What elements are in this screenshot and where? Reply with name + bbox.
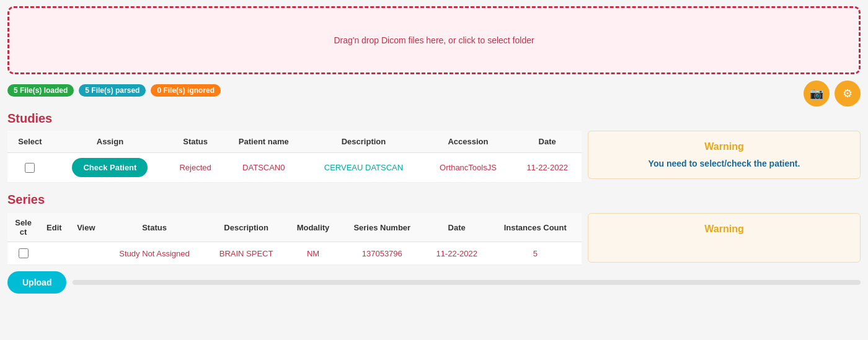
series-col-instances-count: Instances Count [489,213,582,242]
series-number-cell: 137053796 [340,242,425,265]
series-table-container: Select Edit View Status Description Moda… [7,213,582,265]
check-patient-button[interactable]: Check Patient [72,158,148,177]
studies-header-row: Select Assign Status Patient name Descri… [7,131,582,153]
studies-table: Select Assign Status Patient name Descri… [7,131,582,183]
series-col-view: View [69,213,103,242]
series-modality-cell: NM [286,242,340,265]
study-select-checkbox[interactable] [25,163,35,173]
col-select: Select [7,131,53,153]
series-col-modality: Modality [286,213,340,242]
drop-zone[interactable]: Drag'n drop Dicom files here, or click t… [7,6,861,74]
study-assign-cell: Check Patient [53,153,167,183]
badge-files-ignored: 0 File(s) ignored [151,84,221,97]
col-status: Status [167,131,223,153]
studies-warning-title: Warning [598,141,850,152]
series-title: Series [7,193,861,207]
col-assign: Assign [53,131,167,153]
series-table: Select Edit View Status Description Moda… [7,213,582,265]
series-header-row: Select Edit View Status Description Moda… [7,213,582,242]
studies-table-container: Select Assign Status Patient name Descri… [7,131,582,185]
settings-button[interactable]: ⚙ [835,81,861,107]
series-status-cell: Study Not Assigned [103,242,206,265]
upload-button[interactable]: Upload [7,271,66,294]
bottom-bar: Upload [7,271,861,294]
horizontal-scrollbar[interactable] [73,280,861,285]
study-accession-cell: OrthancToolsJS [423,153,513,183]
col-patient-name: Patient name [223,131,304,153]
camera-button[interactable]: 📷 [804,81,830,107]
series-description-cell: BRAIN SPECT [206,242,286,265]
studies-warning-message: You need to select/check the patient. [598,159,850,168]
gear-icon: ⚙ [843,87,852,100]
series-col-series-number: Series Number [340,213,425,242]
studies-title: Studies [7,111,861,126]
series-col-status: Status [103,213,206,242]
camera-icon: 📷 [810,87,823,100]
series-date-cell: 11-22-2022 [425,242,489,265]
series-col-edit: Edit [39,213,69,242]
col-accession: Accession [423,131,513,153]
series-col-description: Description [206,213,286,242]
series-edit-cell [39,242,69,265]
series-col-date: Date [425,213,489,242]
badge-files-loaded: 5 File(s) loaded [7,84,74,97]
col-date: Date [513,131,582,153]
study-select-cell [7,153,53,183]
series-col-select: Select [7,213,39,242]
study-description-cell: CERVEAU DATSCAN [304,153,423,183]
series-view-cell [69,242,103,265]
studies-row: Check Patient Rejected DATSCAN0 CERVEAU … [7,153,582,183]
series-select-cell [7,242,39,265]
col-description: Description [304,131,423,153]
drop-zone-text: Drag'n drop Dicom files here, or click t… [334,35,534,45]
study-patient-name-cell: DATSCAN0 [223,153,304,183]
series-warning-title: Warning [598,224,850,235]
series-select-checkbox[interactable] [19,248,29,258]
series-row: Study Not Assigned BRAIN SPECT NM 137053… [7,242,582,265]
series-instances-count-cell: 5 [489,242,582,265]
study-date-cell: 11-22-2022 [513,153,582,183]
series-warning-panel: Warning [588,213,861,265]
badge-files-parsed: 5 File(s) parsed [79,84,146,97]
badges-row: 5 File(s) loaded 5 File(s) parsed 0 File… [7,84,221,97]
studies-warning-panel: Warning You need to select/check the pat… [588,131,861,185]
study-status-cell: Rejected [167,153,223,183]
